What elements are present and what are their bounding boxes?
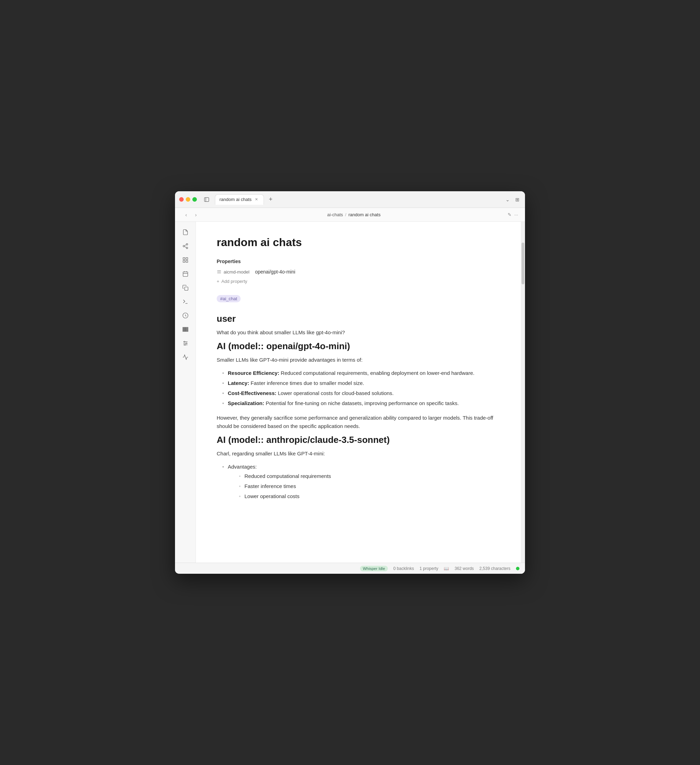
property-count: 1 property — [419, 566, 438, 571]
add-property-button[interactable]: + Add property — [217, 277, 500, 285]
ai1-conclusion: However, they generally sacrifice some p… — [217, 414, 500, 430]
svg-rect-22 — [186, 327, 187, 332]
svg-rect-0 — [205, 197, 209, 201]
list-item: Faster inference times — [239, 482, 500, 491]
svg-rect-10 — [183, 261, 185, 263]
sidebar — [175, 222, 196, 563]
svg-rect-11 — [183, 272, 188, 277]
titlebar: random ai chats ✕ + ⌄ ⊞ — [175, 191, 525, 208]
svg-rect-20 — [184, 327, 185, 332]
svg-rect-9 — [186, 261, 188, 263]
sidebar-item-barcode[interactable] — [179, 323, 192, 336]
status-bar: Whisper Idle 0 backlinks 1 property 📖 36… — [175, 563, 525, 574]
svg-point-27 — [184, 341, 185, 342]
add-icon: + — [217, 279, 219, 284]
edit-icon[interactable]: ✎ — [508, 212, 511, 217]
svg-rect-18 — [183, 327, 183, 332]
whisper-badge: Whisper Idle — [360, 566, 388, 571]
close-button[interactable] — [179, 197, 184, 201]
tag-ai-chat[interactable]: #ai_chat — [217, 295, 241, 302]
ai1-bullet-list: Resource Efficiency: Reduced computation… — [217, 368, 500, 408]
breadcrumb-bar: ‹ › ai-chats / random ai chats ✎ ··· — [175, 208, 525, 222]
titlebar-controls: ⌄ ⊞ — [504, 196, 521, 203]
breadcrumb-separator: / — [345, 212, 347, 217]
layout-icon[interactable]: ⊞ — [514, 196, 521, 203]
back-button[interactable]: ‹ — [182, 211, 190, 219]
ai2-bullet-list: Advantages: Reduced computational requir… — [217, 462, 500, 507]
list-item: Advantages: Reduced computational requir… — [222, 462, 500, 507]
ai1-heading: AI (model:: openai/gpt-4o-mini) — [217, 341, 500, 352]
new-tab-button[interactable]: + — [266, 195, 275, 204]
status-dot — [516, 567, 519, 570]
list-item: Specialization: Potential for fine-tunin… — [222, 398, 500, 409]
tab-title: random ai chats — [219, 197, 252, 202]
tab-close-button[interactable]: ✕ — [254, 197, 259, 202]
ai2-bullet-header: Advantages: — [228, 464, 257, 470]
page-title: random ai chats — [217, 236, 500, 249]
add-property-label: Add property — [222, 279, 247, 284]
app-window: random ai chats ✕ + ⌄ ⊞ ‹ › ai-chats / r… — [175, 191, 525, 574]
user-heading: user — [217, 313, 500, 324]
sidebar-item-tools[interactable] — [179, 337, 192, 349]
main-layout: random ai chats Properties aicmd-model o… — [175, 222, 525, 563]
property-row: aicmd-model openai/gpt-4o-mini — [217, 268, 500, 276]
char-count: 2,539 characters — [479, 566, 511, 571]
word-count: 362 words — [454, 566, 474, 571]
book-icon: 📖 — [444, 566, 449, 571]
ai2-sub-list: Reduced computational requirements Faste… — [228, 471, 500, 501]
whisper-status: Whisper Idle — [360, 566, 388, 571]
svg-rect-8 — [186, 258, 188, 259]
svg-point-4 — [186, 247, 188, 249]
fullscreen-button[interactable] — [192, 197, 197, 201]
sidebar-item-activity[interactable] — [179, 351, 192, 364]
property-icon: aicmd-model — [217, 269, 249, 275]
breadcrumb-parent[interactable]: ai-chats — [327, 212, 343, 217]
svg-line-6 — [184, 245, 186, 246]
properties-heading: Properties — [217, 258, 500, 264]
more-options-icon[interactable]: ··· — [514, 212, 518, 217]
svg-line-5 — [184, 246, 186, 247]
list-item: Reduced computational requirements — [239, 471, 500, 482]
user-message: What do you think about smaller LLMs lik… — [217, 328, 500, 337]
list-item: Resource Efficiency: Reduced computation… — [222, 368, 500, 378]
page-content: random ai chats Properties aicmd-model o… — [196, 222, 521, 563]
sidebar-item-terminal[interactable] — [179, 295, 192, 308]
ai2-heading: AI (model:: anthropic/claude-3.5-sonnet) — [217, 434, 500, 445]
minimize-button[interactable] — [186, 197, 190, 201]
list-item: Lower operational costs — [239, 491, 500, 502]
svg-point-2 — [186, 244, 188, 246]
scrollbar-thumb[interactable] — [522, 242, 524, 284]
sidebar-item-grid[interactable] — [179, 254, 192, 266]
backlinks-count: 0 backlinks — [393, 566, 414, 571]
sidebar-item-circle[interactable] — [179, 309, 192, 322]
forward-button[interactable]: › — [192, 211, 200, 219]
ai1-intro: Smaller LLMs like GPT-4o-mini provide ad… — [217, 356, 500, 364]
svg-point-3 — [183, 246, 185, 247]
nav-buttons: ‹ › — [182, 211, 200, 219]
breadcrumb: ai-chats / random ai chats — [327, 212, 380, 217]
svg-rect-15 — [184, 287, 188, 291]
sidebar-item-copy[interactable] — [179, 282, 192, 294]
property-name[interactable]: aicmd-model — [224, 269, 249, 275]
property-value[interactable]: openai/gpt-4o-mini — [255, 269, 295, 275]
sidebar-item-calendar[interactable] — [179, 268, 192, 280]
scrollbar[interactable] — [521, 222, 525, 563]
svg-rect-23 — [188, 327, 188, 332]
breadcrumb-actions: ✎ ··· — [508, 212, 518, 217]
list-item: Cost-Effectiveness: Lower operational co… — [222, 389, 500, 398]
svg-rect-21 — [185, 327, 186, 332]
breadcrumb-current: random ai chats — [348, 212, 380, 217]
svg-rect-19 — [184, 327, 184, 332]
active-tab[interactable]: random ai chats ✕ — [215, 194, 264, 205]
svg-point-29 — [184, 344, 185, 345]
traffic-lights — [179, 197, 197, 201]
sidebar-item-file[interactable] — [179, 226, 192, 238]
svg-rect-7 — [183, 258, 185, 259]
svg-point-28 — [186, 343, 187, 344]
sidebar-item-share[interactable] — [179, 240, 192, 252]
properties-section: Properties aicmd-model openai/gpt-4o-min… — [217, 258, 500, 285]
list-item: Latency: Faster inference times due to s… — [222, 378, 500, 389]
ai2-intro: Charl, regarding smaller LLMs like GPT-4… — [217, 450, 500, 458]
chevron-down-icon[interactable]: ⌄ — [504, 196, 511, 203]
sidebar-toggle-button[interactable] — [202, 195, 211, 204]
